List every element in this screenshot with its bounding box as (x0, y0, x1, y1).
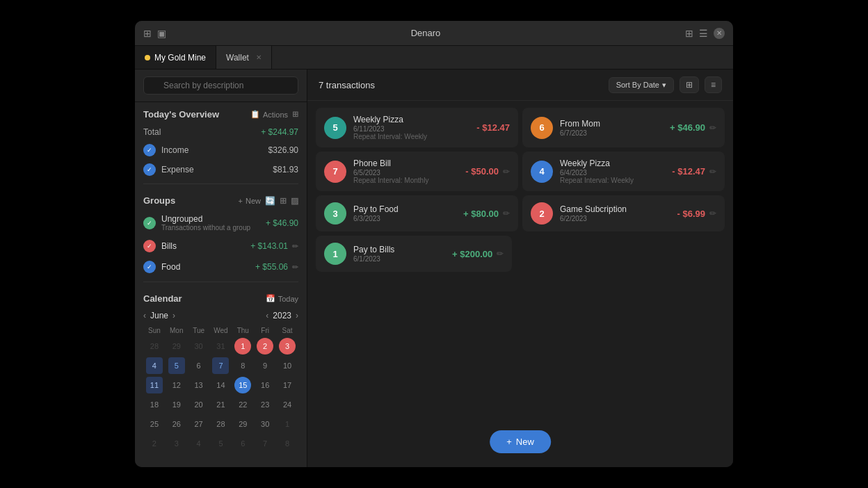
total-row: Total + $244.97 (135, 124, 307, 140)
next-year-button[interactable]: › (296, 311, 298, 320)
tab-my-gold-mine[interactable]: My Gold Mine (135, 46, 216, 69)
food-edit-icon[interactable]: ✏ (292, 263, 298, 272)
transaction-item-from-mom[interactable]: 6 From Mom 6/7/2023 + $46.90 ✏ (522, 108, 725, 147)
tx-amount-7: - $50.00 (465, 166, 499, 177)
cal-day-22[interactable]: 22 (232, 395, 254, 414)
transaction-item-phone-bill[interactable]: 7 Phone Bill 6/5/2023 Repeat Interval: M… (316, 152, 518, 191)
cal-day-3[interactable]: 3 (276, 336, 298, 356)
tx-edit-2[interactable]: ✏ (709, 209, 716, 218)
tx-edit-3[interactable]: ✏ (503, 209, 510, 218)
transaction-item-weekly-pizza-4[interactable]: 4 Weekly Pizza 6/4/2023 Repeat Interval:… (522, 152, 725, 191)
group-item-ungrouped[interactable]: ✓ Ungrouped Transactions without a group… (135, 210, 307, 236)
prev-year-button[interactable]: ‹ (266, 311, 268, 320)
cal-day-30[interactable]: 30 (254, 414, 276, 434)
actions-icon: 📋 (250, 110, 260, 119)
group-item-food[interactable]: ✓ Food + $55.06 ✏ (135, 257, 307, 277)
cal-day-15[interactable]: 15 (232, 375, 254, 395)
today-button[interactable]: 📅 Today (266, 294, 298, 303)
income-left: ✓ Income (143, 144, 188, 156)
group-food-check: ✓ (143, 261, 156, 273)
transaction-item-game-subscription[interactable]: 2 Game Subcription 6/2/2023 - $6.99 ✏ (522, 195, 725, 231)
cal-day-10[interactable]: 10 (276, 356, 298, 375)
cal-day-16[interactable]: 16 (254, 375, 276, 395)
cal-day[interactable]: 7 (254, 434, 276, 453)
next-month-button[interactable]: › (172, 311, 175, 320)
cal-day-14[interactable]: 14 (210, 375, 232, 395)
cal-day-17[interactable]: 17 (276, 375, 298, 395)
layout-icon[interactable]: ⊞ (143, 28, 152, 39)
group-icon-2[interactable]: ⊞ (280, 196, 287, 206)
cal-day-7[interactable]: 7 (210, 356, 232, 375)
sort-chevron-icon: ▾ (662, 81, 666, 90)
group-icon-1[interactable]: 🔄 (265, 196, 275, 206)
tx-edit-6[interactable]: ✏ (709, 123, 716, 133)
tx-edit-4[interactable]: ✏ (709, 167, 716, 177)
group-item-bills[interactable]: ✓ Bills + $143.01 ✏ (135, 236, 307, 257)
sort-button[interactable]: Sort By Date ▾ (609, 77, 674, 93)
cal-day-6[interactable]: 6 (188, 356, 210, 375)
cal-day-28[interactable]: 28 (210, 414, 232, 434)
cal-day-8[interactable]: 8 (232, 356, 254, 375)
cal-day[interactable]: 30 (188, 336, 210, 356)
plus-icon: + (239, 197, 243, 205)
cal-day-25[interactable]: 25 (143, 414, 166, 434)
cal-day-27[interactable]: 27 (188, 414, 210, 434)
cal-day-2[interactable]: 2 (254, 336, 276, 356)
cal-day[interactable]: 28 (143, 336, 166, 356)
cal-day-29[interactable]: 29 (232, 414, 254, 434)
window-close-button[interactable]: ✕ (714, 28, 725, 39)
group-food-value: + $55.06 (255, 262, 288, 272)
group-icon-3[interactable]: ▨ (291, 196, 298, 206)
tab-wallet-close-icon[interactable]: ✕ (256, 54, 262, 61)
actions-button[interactable]: 📋 Actions (250, 110, 288, 119)
cal-day-11[interactable]: 11 (143, 375, 166, 395)
cal-day[interactable]: 6 (232, 434, 254, 453)
cal-day-24[interactable]: 24 (276, 395, 298, 414)
columns-icon[interactable]: ▣ (157, 28, 166, 39)
filter-button-1[interactable]: ⊞ (680, 76, 699, 93)
menu-icon[interactable]: ☰ (699, 28, 708, 39)
filter-button-2[interactable]: ≡ (705, 76, 722, 93)
cal-day[interactable]: 3 (166, 434, 188, 453)
cal-day[interactable]: 5 (210, 434, 232, 453)
cal-day-9[interactable]: 9 (254, 356, 276, 375)
cal-day[interactable]: 31 (210, 336, 232, 356)
tx-amount-1: + $200.00 (452, 249, 492, 259)
new-transaction-button[interactable]: + New (490, 430, 551, 453)
income-checkbox[interactable]: ✓ (143, 144, 156, 156)
prev-month-button[interactable]: ‹ (143, 311, 146, 320)
search-input[interactable] (143, 76, 298, 95)
cal-day-26[interactable]: 26 (166, 414, 188, 434)
cal-day[interactable]: 4 (188, 434, 210, 453)
cal-day-4[interactable]: 4 (143, 356, 166, 375)
cal-day-23[interactable]: 23 (254, 395, 276, 414)
tab-wallet[interactable]: Wallet ✕ (216, 46, 272, 69)
tx-date-2: 6/2/2023 (560, 215, 670, 222)
cal-day[interactable]: 2 (143, 434, 166, 453)
group-food-right: + $55.06 ✏ (255, 262, 298, 272)
transaction-item-pay-to-food[interactable]: 3 Pay to Food 6/3/2023 + $80.00 ✏ (316, 195, 518, 231)
expense-checkbox[interactable]: ✓ (143, 163, 156, 176)
transaction-item-weekly-pizza-5[interactable]: 5 Weekly Pizza 6/11/2023 Repeat Interval… (316, 108, 518, 147)
transaction-count: 7 transactions (319, 80, 375, 90)
cal-day-18[interactable]: 18 (143, 395, 166, 414)
overview-grid-icon[interactable]: ⊞ (292, 110, 298, 119)
cal-day[interactable]: 1 (276, 414, 298, 434)
tx-edit-7[interactable]: ✏ (503, 167, 510, 177)
cal-day[interactable]: 8 (276, 434, 298, 453)
tx-name-5: Weekly Pizza (353, 115, 469, 124)
cal-day-20[interactable]: 20 (188, 395, 210, 414)
transaction-item-pay-to-bills[interactable]: 1 Pay to Bills 6/1/2023 + $200.00 ✏ (316, 236, 512, 272)
cal-day-5[interactable]: 5 (166, 356, 188, 375)
grid-icon[interactable]: ⊞ (685, 28, 693, 39)
cal-day-12[interactable]: 12 (166, 375, 188, 395)
new-group-button[interactable]: + New (239, 197, 261, 205)
cal-day-21[interactable]: 21 (210, 395, 232, 414)
expense-left: ✓ Expense (143, 163, 194, 176)
cal-day[interactable]: 29 (166, 336, 188, 356)
cal-day-19[interactable]: 19 (166, 395, 188, 414)
bills-edit-icon[interactable]: ✏ (292, 242, 298, 251)
tx-edit-1[interactable]: ✏ (497, 249, 504, 259)
cal-day-13[interactable]: 13 (188, 375, 210, 395)
cal-day-1[interactable]: 1 (232, 336, 254, 356)
